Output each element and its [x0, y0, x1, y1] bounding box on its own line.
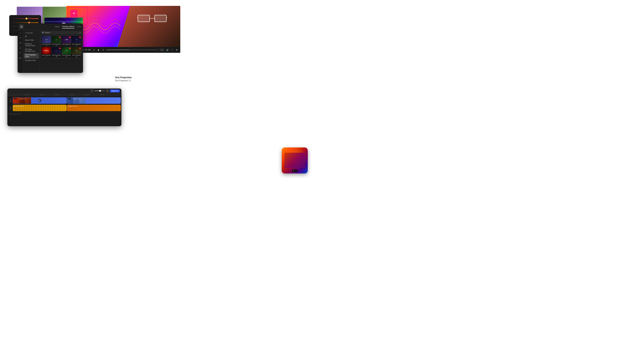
ai-sparkle-badge: ✦ ✦ — [70, 10, 78, 17]
effect-label-11: Text Projection 11 — [62, 54, 71, 57]
text-projection-subtitle: Text Projection 11 — [115, 79, 140, 82]
volume-button[interactable]: 🔊 — [166, 48, 169, 51]
tab-luts[interactable]: LUTs — [77, 25, 81, 28]
effect-item-12[interactable]: ♛ ⊠⊠ Text Projection 12 — [72, 47, 81, 57]
bg-track-mute-icon[interactable]: ⊘ — [10, 106, 11, 108]
clock-icon[interactable]: ◷ — [19, 46, 22, 49]
clip-1-fx-badge: fx·1 — [14, 98, 17, 99]
effect-thumb-8: ♛ |||||||| — [72, 36, 81, 43]
export-label: Export — [112, 90, 116, 92]
bg-track-eye-icon[interactable]: 👁 — [10, 108, 11, 110]
effect-thumb-7: ♛ LOVE — [62, 36, 71, 43]
nav-item-all[interactable]: All — [24, 35, 39, 38]
effects-panel: + Filters Overlay effects LUTs ♪ T ⊕ ◷ ↻… — [18, 23, 83, 73]
effect-label-8: Text Projection 8 — [72, 43, 81, 46]
zoom-in-button[interactable]: + — [106, 89, 109, 92]
progress-fill — [106, 50, 130, 50]
video-clip-2[interactable]: fx·1 Video.mov — [67, 97, 121, 104]
video-clip-1[interactable]: ▶ fx·1 Video.mov — [13, 97, 66, 104]
sliders-icon[interactable]: ⊞ — [19, 56, 22, 59]
effect-thumb-10: ♛ ✕ ✕ — [52, 47, 61, 54]
search-icon: 🔍 — [42, 32, 44, 33]
export-button[interactable]: Export ▾ — [110, 89, 120, 92]
effects-icon-btn[interactable]: ⊕ — [19, 41, 22, 44]
effect-thumb-6: ♛ |||| — [52, 36, 61, 43]
zoom-thumb[interactable] — [99, 90, 101, 92]
effect-item-9[interactable]: DANCE Text Projection 9 — [42, 47, 51, 57]
forward-button[interactable]: ↻ — [102, 48, 105, 51]
clip-1-name: Video.mov — [19, 98, 25, 99]
bg-track-row: ⊘ 👁 Background.mov Background.mov — [8, 104, 122, 112]
video-controls-bar: 00:20.345 / 00:20.345 ↺ ▶ ↻ 16:9 🔊 ⛶ ⚙ — [66, 47, 180, 53]
orange-slider-track[interactable] — [12, 22, 38, 23]
aspect-ratio[interactable]: 16:9 — [160, 49, 164, 51]
clip-2-fx-badge: fx·1 — [68, 98, 71, 99]
ruler-mark-5: 00:04:20 — [94, 94, 110, 95]
fx-preview-image: fx · 1 — [282, 147, 308, 173]
nav-item-timeless[interactable]: Timeless Pack — [24, 59, 39, 62]
effect-item-7[interactable]: ♛ LOVE Text Projection 7 — [62, 36, 71, 46]
timeline-tracks: ⊘ 👁 ▶ fx·1 Video.mov — [8, 96, 122, 112]
clip-1-play-indicator: ▶ — [38, 99, 41, 102]
play-button[interactable]: ▶ — [97, 48, 100, 51]
clip-frame-3 — [25, 97, 31, 104]
text-projection-info: Text Projection Text Projection 11 — [115, 76, 140, 82]
video-canvas: ✦ ✦ — [66, 6, 180, 47]
zoom-out-button[interactable]: - — [90, 89, 94, 92]
red-slider-track[interactable] — [12, 18, 38, 19]
bg-track-icons: ⊘ 👁 — [8, 106, 13, 110]
ruler-mark-4: 00:04:00 — [80, 94, 94, 95]
bg-clip-2-name: Background.mov — [68, 105, 78, 107]
progress-bar[interactable] — [106, 50, 158, 50]
red-slider-thumb[interactable] — [26, 17, 28, 19]
video-track-eye-icon[interactable]: 👁 — [10, 101, 11, 103]
clip-2-name: Video.mov — [73, 98, 80, 99]
add-effect-button[interactable]: + — [20, 25, 23, 28]
search-input[interactable]: Search — [45, 32, 79, 33]
nav-item-euphoria[interactable]: Euphoria Overlay Pack — [24, 42, 39, 47]
search-bar[interactable]: 🔍 Search ⊟ — [41, 31, 82, 34]
nav-item-old-tape[interactable]: Old Tape Overlay Pack — [24, 48, 39, 53]
effect-item-8[interactable]: ♛ |||||||| Text Projection 8 — [72, 36, 81, 46]
premium-badge-7: ♛ — [69, 36, 71, 38]
red-slider-row — [12, 17, 38, 20]
text-icon[interactable]: T — [19, 36, 22, 39]
timeline-panel: - + Export ▾ 00:00:20 00:02:40 00:03:00 … — [8, 88, 122, 126]
effect-item-11[interactable]: ♛ ⊞⊞ Text Projection 11 — [62, 47, 71, 57]
svg-rect-1 — [155, 15, 166, 22]
fx-preview-card[interactable]: fx · 1 — [282, 147, 308, 173]
glitch-bar-1 — [44, 21, 83, 22]
glasses-overlay — [137, 12, 167, 24]
total-time: 00:20.345 — [82, 49, 91, 51]
timeline-ruler: 00:00:20 00:02:40 00:03:00 00:03:20 00:0… — [8, 93, 122, 96]
effect-item-5[interactable]: LOVE Text Projection 5 — [42, 36, 51, 46]
effect-label-9: Text Projection 9 — [42, 54, 51, 57]
fx-badge-label: fx · 1 — [292, 169, 298, 172]
zoom-slider[interactable] — [94, 90, 105, 91]
bg-clips-container: Background.mov Background.mov — [13, 105, 121, 111]
rewind-button[interactable]: ↺ — [92, 48, 96, 51]
effects-grid-area: 🔍 Search ⊟ LOVE Text Projection 5 ♛ — [40, 30, 83, 73]
effects-nav-list: ‹ Cinematic All Action Pack Euphoria Ove… — [23, 30, 40, 73]
svg-rect-0 — [138, 15, 150, 22]
ruler-mark-2: 00:03:00 — [49, 94, 64, 95]
refresh-icon[interactable]: ↻ — [19, 51, 22, 54]
bg-clip-2[interactable]: Background.mov — [67, 105, 121, 111]
settings-button[interactable]: ⚙ — [175, 48, 178, 51]
effects-grid: LOVE Text Projection 5 ♛ |||| Text Proje… — [41, 35, 82, 58]
music-icon[interactable]: ♪ — [19, 31, 22, 34]
zoom-fill — [94, 90, 100, 91]
tab-overlay-effects[interactable]: Overlay effects — [62, 25, 74, 28]
effect-item-6[interactable]: ♛ |||| Text Projection 6 — [52, 36, 61, 46]
nav-item-action-pack[interactable]: Action Pack — [24, 38, 39, 42]
tab-filters[interactable]: Filters — [55, 25, 60, 28]
nav-item-text-projection[interactable]: Text Projection Overl... — [24, 53, 39, 58]
fullscreen-button[interactable]: ⛶ — [170, 48, 174, 51]
effect-label-5: Text Projection 5 — [42, 43, 51, 46]
effect-item-10[interactable]: ♛ ✕ ✕ Text Projection 10 — [52, 47, 61, 57]
video-track-mute-icon[interactable]: ⊘ — [10, 98, 11, 100]
bg-clip-1[interactable]: Background.mov — [13, 105, 66, 111]
effects-main-content: ‹ Cinematic All Action Pack Euphoria Ove… — [23, 30, 83, 73]
nav-back-button[interactable]: ‹ Cinematic — [23, 31, 40, 34]
filter-icon[interactable]: ⊟ — [79, 32, 81, 33]
